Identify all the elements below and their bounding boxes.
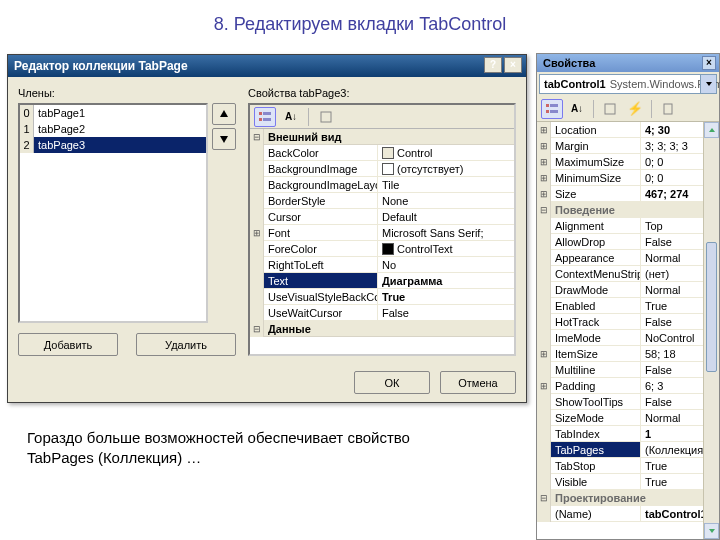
property-row[interactable]: ShowToolTipsFalse	[537, 394, 719, 410]
member-name: tabPage1	[34, 105, 206, 121]
property-grid-right: ⊞Location4; 30⊞Margin3; 3; 3; 3⊞MaximumS…	[537, 122, 719, 539]
member-index: 2	[20, 137, 34, 153]
move-up-button[interactable]	[212, 103, 236, 125]
property-category[interactable]: ⊟Данные	[250, 321, 514, 337]
member-index: 1	[20, 121, 34, 137]
property-row[interactable]: ⊞Size467; 274	[537, 186, 719, 202]
svg-rect-5	[546, 104, 549, 107]
properties-panel-title: Свойства ×	[537, 54, 719, 72]
svg-rect-1	[263, 112, 271, 115]
sort-az-icon: A↓	[571, 103, 583, 114]
svg-rect-7	[546, 110, 549, 113]
document-icon	[661, 102, 675, 116]
property-row[interactable]: ForeColorControlText	[250, 241, 514, 257]
prop-pages-button[interactable]	[315, 107, 337, 127]
categorized-button[interactable]	[541, 99, 563, 119]
property-row[interactable]: BackgroundImage(отсутствует)	[250, 161, 514, 177]
property-category[interactable]: ⊟Проектирование	[537, 490, 719, 506]
property-row[interactable]: ⊞Padding6; 3	[537, 378, 719, 394]
property-row[interactable]: ⊞Location4; 30	[537, 122, 719, 138]
scroll-thumb[interactable]	[706, 242, 717, 372]
object-selector[interactable]: tabControl1 System.Windows.Form	[539, 74, 717, 94]
property-row[interactable]: TabPages(Коллекция)…	[537, 442, 719, 458]
remove-button[interactable]: Удалить	[136, 333, 236, 356]
svg-rect-0	[259, 112, 262, 115]
members-listbox[interactable]: 0tabPage11tabPage22tabPage3	[18, 103, 208, 323]
categorized-button[interactable]	[254, 107, 276, 127]
alphabetical-button[interactable]: A↓	[280, 107, 302, 127]
property-row[interactable]: ImeModeNoControl	[537, 330, 719, 346]
property-row[interactable]: UseWaitCursorFalse	[250, 305, 514, 321]
property-row[interactable]: (Name)tabControl1	[537, 506, 719, 522]
panel-close-button[interactable]: ×	[702, 56, 716, 70]
svg-rect-10	[664, 104, 672, 114]
scroll-down-button[interactable]	[704, 523, 719, 539]
add-button[interactable]: Добавить	[18, 333, 118, 356]
ok-button[interactable]: ОК	[354, 371, 430, 394]
property-row[interactable]: BackgroundImageLayoutTile	[250, 177, 514, 193]
member-item[interactable]: 1tabPage2	[20, 121, 206, 137]
svg-rect-6	[550, 104, 558, 107]
property-row[interactable]: RightToLeftNo	[250, 257, 514, 273]
property-row[interactable]: ⊞Margin3; 3; 3; 3	[537, 138, 719, 154]
property-category[interactable]: ⊟Внешний вид	[250, 129, 514, 145]
vertical-scrollbar[interactable]	[703, 122, 719, 539]
color-swatch-icon	[382, 147, 394, 159]
property-row[interactable]: AllowDropFalse	[537, 234, 719, 250]
property-pages-button[interactable]	[657, 99, 679, 119]
dialog-titlebar[interactable]: Редактор коллекции TabPage ? ×	[8, 55, 526, 77]
property-row[interactable]: ContextMenuStrip(нет)	[537, 266, 719, 282]
property-row[interactable]: AlignmentTop	[537, 218, 719, 234]
property-row[interactable]: TabStopTrue	[537, 458, 719, 474]
properties-panel: Свойства × tabControl1 System.Windows.Fo…	[536, 53, 720, 540]
properties-title-text: Свойства	[543, 57, 595, 69]
sort-az-icon: A↓	[285, 111, 297, 122]
svg-rect-2	[259, 118, 262, 121]
member-item[interactable]: 0tabPage1	[20, 105, 206, 121]
property-row[interactable]: AppearanceNormal	[537, 250, 719, 266]
arrow-up-icon	[219, 109, 229, 119]
alphabetical-button[interactable]: A↓	[566, 99, 588, 119]
property-row[interactable]: TabIndex1	[537, 426, 719, 442]
property-row[interactable]: MultilineFalse	[537, 362, 719, 378]
property-row[interactable]: VisibleTrue	[537, 474, 719, 490]
object-name: tabControl1	[544, 75, 606, 93]
properties-button[interactable]	[599, 99, 621, 119]
property-row[interactable]: ⊞ItemSize58; 18	[537, 346, 719, 362]
lightning-icon: ⚡	[627, 101, 643, 116]
events-button[interactable]: ⚡	[624, 99, 646, 119]
arrow-down-icon	[219, 134, 229, 144]
property-row[interactable]: ⊞MinimumSize0; 0	[537, 170, 719, 186]
property-row[interactable]: BorderStyleNone	[250, 193, 514, 209]
svg-rect-8	[550, 110, 558, 113]
property-row[interactable]: EnabledTrue	[537, 298, 719, 314]
props-label: Свойства tabPage3:	[248, 87, 516, 99]
property-row[interactable]: SizeModeNormal	[537, 410, 719, 426]
categorized-icon	[545, 102, 559, 116]
property-grid-left: A↓ ⊟Внешний видBackColorControlBackgroun…	[248, 103, 516, 356]
property-category[interactable]: ⊟Поведение	[537, 202, 719, 218]
property-row[interactable]: ⊞FontMicrosoft Sans Serif;	[250, 225, 514, 241]
color-swatch-icon	[382, 243, 394, 255]
move-down-button[interactable]	[212, 128, 236, 150]
property-row[interactable]: CursorDefault	[250, 209, 514, 225]
property-row[interactable]: TextДиаграмма	[250, 273, 514, 289]
svg-rect-4	[321, 112, 331, 122]
member-item[interactable]: 2tabPage3	[20, 137, 206, 153]
member-name: tabPage2	[34, 121, 206, 137]
member-index: 0	[20, 105, 34, 121]
member-name: tabPage3	[34, 137, 206, 153]
cancel-button[interactable]: Отмена	[440, 371, 516, 394]
scroll-up-button[interactable]	[704, 122, 719, 138]
property-row[interactable]: DrawModeNormal	[537, 282, 719, 298]
property-row[interactable]: ⊞MaximumSize0; 0	[537, 154, 719, 170]
property-row[interactable]: BackColorControl	[250, 145, 514, 161]
help-button[interactable]: ?	[484, 57, 502, 73]
close-button[interactable]: ×	[504, 57, 522, 73]
members-label: Члены:	[18, 87, 236, 99]
page-icon	[603, 102, 617, 116]
property-row[interactable]: HotTrackFalse	[537, 314, 719, 330]
dropdown-arrow-icon[interactable]	[700, 75, 716, 93]
property-row[interactable]: UseVisualStyleBackColorTrue	[250, 289, 514, 305]
collection-editor-dialog: Редактор коллекции TabPage ? × Члены: 0t…	[7, 54, 527, 403]
